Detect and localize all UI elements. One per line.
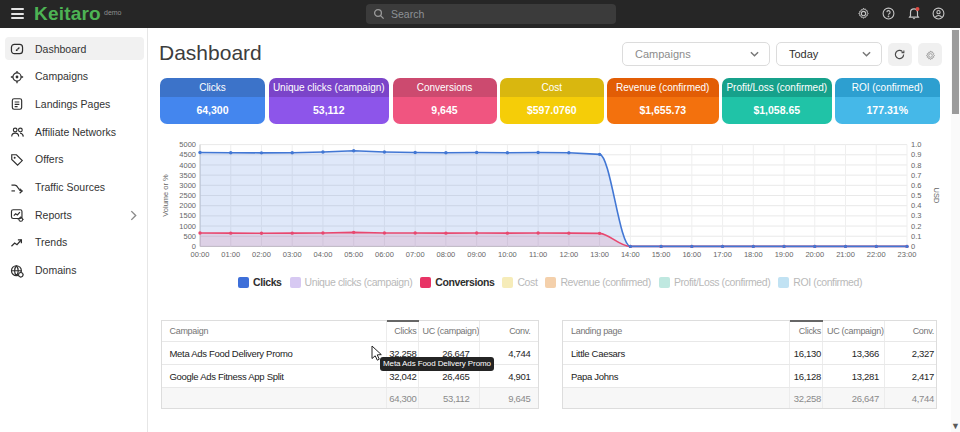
svg-text:0.5: 0.5 (911, 191, 921, 200)
svg-text:09:00: 09:00 (467, 250, 486, 259)
svg-text:23:00: 23:00 (898, 250, 917, 259)
svg-text:1.0: 1.0 (911, 140, 921, 149)
svg-text:07:00: 07:00 (406, 250, 425, 259)
svg-text:0.3: 0.3 (911, 211, 921, 220)
svg-text:0.4: 0.4 (911, 201, 921, 210)
svg-text:500: 500 (183, 232, 196, 241)
svg-text:3000: 3000 (179, 181, 196, 190)
svg-text:19:00: 19:00 (775, 250, 794, 259)
svg-text:12:00: 12:00 (559, 250, 578, 259)
svg-text:0.1: 0.1 (911, 232, 921, 241)
svg-text:14:00: 14:00 (621, 250, 640, 259)
svg-text:20:00: 20:00 (805, 250, 824, 259)
svg-text:16:00: 16:00 (682, 250, 701, 259)
svg-text:0.2: 0.2 (911, 222, 921, 231)
svg-text:10:00: 10:00 (498, 250, 517, 259)
svg-text:2000: 2000 (179, 201, 196, 210)
svg-text:05:00: 05:00 (344, 250, 363, 259)
svg-text:1500: 1500 (179, 211, 196, 220)
svg-text:01:00: 01:00 (221, 250, 240, 259)
svg-text:4000: 4000 (179, 161, 196, 170)
svg-text:22:00: 22:00 (867, 250, 886, 259)
svg-text:11:00: 11:00 (529, 250, 547, 259)
svg-text:4500: 4500 (179, 150, 196, 159)
svg-text:0.8: 0.8 (911, 161, 921, 170)
svg-text:15:00: 15:00 (652, 250, 671, 259)
svg-text:18:00: 18:00 (744, 250, 763, 259)
svg-text:1000: 1000 (179, 222, 196, 231)
svg-text:08:00: 08:00 (437, 250, 456, 259)
svg-text:2500: 2500 (179, 191, 196, 200)
svg-text:USD: USD (932, 188, 940, 204)
svg-text:Volume or %: Volume or % (161, 174, 170, 217)
svg-text:5000: 5000 (179, 140, 196, 149)
svg-text:13:00: 13:00 (590, 250, 609, 259)
svg-text:06:00: 06:00 (375, 250, 394, 259)
svg-text:0.7: 0.7 (911, 171, 921, 180)
svg-text:0.9: 0.9 (911, 150, 921, 159)
svg-text:00:00: 00:00 (191, 250, 210, 259)
svg-text:17:00: 17:00 (713, 250, 732, 259)
svg-text:03:00: 03:00 (283, 250, 302, 259)
svg-text:0.6: 0.6 (911, 181, 921, 190)
svg-text:21:00: 21:00 (836, 250, 855, 259)
svg-text:3500: 3500 (179, 171, 196, 180)
svg-text:02:00: 02:00 (252, 250, 271, 259)
svg-text:04:00: 04:00 (314, 250, 333, 259)
